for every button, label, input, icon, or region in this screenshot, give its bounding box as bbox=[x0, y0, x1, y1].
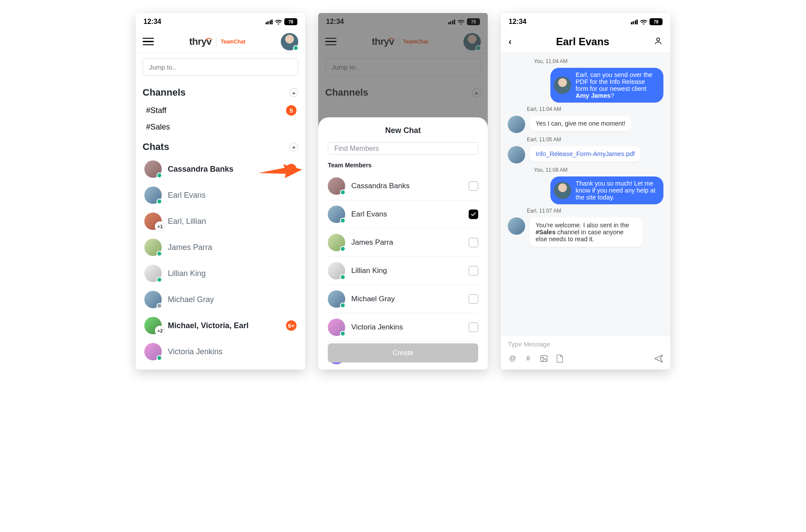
message-meta: Earl, 11:07 AM bbox=[508, 208, 663, 214]
avatar-self[interactable] bbox=[281, 33, 298, 50]
member-name: Victoria Jenkins bbox=[351, 323, 403, 332]
member-checkbox[interactable] bbox=[469, 266, 478, 276]
channels-title: Channels bbox=[143, 87, 186, 98]
message-meta: You, 11:04 AM bbox=[508, 58, 663, 64]
chat-name: Earl Evans bbox=[168, 191, 206, 200]
message-text: Earl, can you send over the PDF for the … bbox=[576, 71, 657, 99]
member-row[interactable]: James Parra bbox=[328, 229, 478, 257]
message-attachment-link[interactable]: Info_Release_Form-AmyJames.pdf bbox=[530, 146, 641, 162]
member-row[interactable]: Michael Gray bbox=[328, 285, 478, 313]
channel-name: #Sales bbox=[146, 123, 170, 132]
svg-point-1 bbox=[657, 38, 660, 41]
app-header: thryv TeamChat bbox=[136, 30, 305, 53]
avatar bbox=[508, 146, 525, 163]
chat-row[interactable]: Michael Gray bbox=[143, 286, 298, 313]
status-bar: 12:34 78 bbox=[501, 13, 670, 30]
member-name: James Parra bbox=[351, 238, 393, 247]
message-bubble-in[interactable]: You're welcome. I also sent in the #Sale… bbox=[530, 217, 643, 247]
message-composer: Type Message @ # bbox=[501, 336, 670, 369]
chat-name: James Parra bbox=[168, 243, 212, 252]
message-bubble-out[interactable]: Thank you so much! Let me know if you ne… bbox=[550, 176, 663, 204]
back-button[interactable]: ‹ bbox=[509, 37, 512, 47]
sheet-title: New Chat bbox=[328, 126, 478, 135]
find-members-input[interactable]: Find Members bbox=[328, 142, 478, 155]
chat-row[interactable]: +2 Michael, Victoria, Earl 6+ bbox=[143, 313, 298, 339]
chat-badge: 2 bbox=[286, 164, 296, 174]
member-row[interactable]: Victoria Jenkins bbox=[328, 313, 478, 342]
create-button[interactable]: Create bbox=[328, 343, 478, 362]
member-checkbox[interactable] bbox=[469, 181, 478, 191]
mention-icon[interactable]: @ bbox=[508, 354, 517, 363]
channel-row[interactable]: #Staff 5 bbox=[143, 102, 298, 119]
add-channel-button[interactable]: + bbox=[290, 88, 298, 97]
chat-row[interactable]: James Parra bbox=[143, 234, 298, 260]
chat-badge: 6+ bbox=[286, 320, 296, 331]
chat-name: Lillian King bbox=[168, 269, 206, 278]
member-row[interactable]: Cassandra Banks bbox=[328, 172, 478, 200]
message-meta: Earl, 11:05 AM bbox=[508, 136, 663, 143]
svg-point-3 bbox=[542, 357, 543, 359]
chat-name: Michael, Victoria, Earl bbox=[168, 321, 249, 330]
battery-icon: 78 bbox=[284, 18, 297, 25]
stack-count: +2 bbox=[155, 326, 165, 336]
chat-row[interactable]: Victoria Jenkins bbox=[143, 339, 298, 365]
stack-count: +1 bbox=[155, 221, 165, 232]
member-name: Lillian King bbox=[351, 266, 387, 275]
channel-row[interactable]: #Sales bbox=[143, 119, 298, 135]
message-bubble-in[interactable]: Yes I can, give me one moment! bbox=[530, 116, 632, 131]
file-icon[interactable] bbox=[555, 354, 564, 363]
status-time: 12:34 bbox=[143, 18, 161, 26]
brand-sub: TeamChat bbox=[221, 39, 246, 45]
logo-group: thryv TeamChat bbox=[189, 36, 245, 47]
message-meta: Earl, 11:04 AM bbox=[508, 106, 663, 112]
member-name: Cassandra Banks bbox=[351, 182, 410, 190]
chat-name: Victoria Jenkins bbox=[168, 347, 223, 356]
chat-name: Earl, Lillian bbox=[168, 217, 206, 226]
status-right: 78 bbox=[266, 18, 298, 25]
divider bbox=[216, 37, 216, 47]
battery-icon: 78 bbox=[649, 18, 663, 25]
wifi-icon bbox=[275, 19, 282, 25]
avatar bbox=[508, 116, 525, 133]
message-bubble-out[interactable]: Earl, can you send over the PDF for the … bbox=[550, 68, 663, 103]
chats-section: Chats + Cassandra Banks 2 Earl Evans +1 … bbox=[136, 135, 305, 365]
hash-icon[interactable]: # bbox=[523, 354, 533, 363]
chat-row[interactable]: Earl Evans bbox=[143, 182, 298, 208]
screen-conversation: 12:34 78 ‹ Earl Evans You, 11:04 AM Earl… bbox=[501, 13, 670, 369]
send-button[interactable] bbox=[654, 354, 663, 363]
chat-row[interactable]: Cassandra Banks 2 bbox=[143, 156, 298, 182]
composer-input[interactable]: Type Message bbox=[508, 340, 663, 348]
message-meta: You, 11:06 AM bbox=[508, 167, 663, 173]
member-name: Earl Evans bbox=[351, 210, 387, 219]
avatar-self-small bbox=[554, 76, 571, 94]
member-checkbox[interactable] bbox=[469, 323, 478, 332]
chat-row[interactable]: Lillian King bbox=[143, 260, 298, 286]
new-chat-sheet: New Chat Find Members Team Members Cassa… bbox=[318, 117, 488, 369]
member-row[interactable]: Earl Evans bbox=[328, 200, 478, 229]
image-icon[interactable] bbox=[539, 354, 549, 363]
member-name: Michael Gray bbox=[351, 295, 395, 303]
member-checkbox[interactable] bbox=[469, 209, 478, 219]
conversation-body: You, 11:04 AM Earl, can you send over th… bbox=[501, 53, 670, 336]
message-row: Info_Release_Form-AmyJames.pdf bbox=[508, 146, 663, 163]
channels-section: Channels + #Staff 5 #Sales bbox=[136, 81, 305, 135]
menu-button[interactable] bbox=[143, 38, 154, 46]
message-row: Earl, can you send over the PDF for the … bbox=[508, 68, 663, 103]
message-row: You're welcome. I also sent in the #Sale… bbox=[508, 217, 663, 247]
member-row[interactable]: Lillian King bbox=[328, 257, 478, 285]
svg-rect-2 bbox=[541, 356, 547, 361]
search-input[interactable] bbox=[143, 58, 298, 76]
channel-badge: 5 bbox=[286, 105, 296, 116]
add-chat-button[interactable]: + bbox=[290, 143, 298, 151]
message-row: Thank you so much! Let me know if you ne… bbox=[508, 176, 663, 204]
member-checkbox[interactable] bbox=[469, 294, 478, 304]
conversation-title: Earl Evans bbox=[556, 36, 609, 48]
chat-row[interactable]: +1 Earl, Lillian bbox=[143, 208, 298, 234]
brand-logo: thryv bbox=[189, 36, 211, 47]
chats-title: Chats bbox=[143, 141, 169, 153]
chat-name: Cassandra Banks bbox=[168, 165, 233, 174]
wifi-icon bbox=[640, 19, 647, 25]
message-row: Yes I can, give me one moment! bbox=[508, 116, 663, 133]
profile-icon[interactable] bbox=[654, 37, 663, 47]
member-checkbox[interactable] bbox=[469, 238, 478, 247]
